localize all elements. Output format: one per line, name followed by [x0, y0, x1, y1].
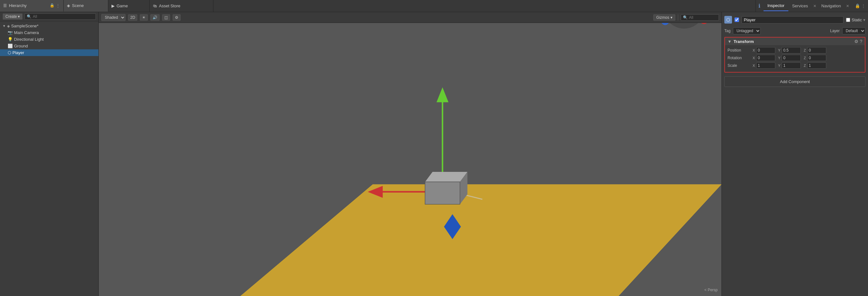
hierarchy-tree: ▼ ◈ SampleScene* 📷 Main Camera 💡 Directi…	[0, 21, 98, 296]
tab-hierarchy[interactable]: ☰ Hierarchy 🔒 ⋮	[0, 0, 64, 12]
inspector-tab-icon: ℹ	[758, 3, 760, 9]
close-icon[interactable]: ✕	[813, 4, 816, 8]
hierarchy-search[interactable]: 🔍	[25, 13, 96, 20]
scale-label: Scale	[727, 63, 750, 68]
object-name-field[interactable]	[742, 16, 843, 24]
shading-dropdown[interactable]: Shaded	[101, 14, 125, 21]
gizmos-chevron-icon: ▾	[671, 15, 673, 20]
fx-button[interactable]: ◫	[162, 14, 170, 21]
tab-inspector[interactable]: Inspector	[764, 1, 788, 11]
asset-store-tab-label: Asset Store	[159, 3, 180, 8]
hierarchy-icon: ☰	[3, 3, 7, 8]
inspector-tab-bar: Inspector Services ✕ Navigation ✕	[762, 0, 852, 12]
create-chevron-icon: ▾	[18, 14, 20, 19]
static-checkbox[interactable]	[846, 18, 850, 22]
inspector-panel: ⬡ Static ▾ Tag Untagged Layer	[721, 12, 868, 296]
svg-text:Z: Z	[664, 23, 667, 24]
tree-item-main-camera[interactable]: 📷 Main Camera	[0, 29, 98, 36]
scene-viewport[interactable]: Y X Z ⤢ < Persp	[99, 23, 721, 296]
game-icon: ▶	[112, 3, 115, 8]
rot-z-label: Z	[802, 56, 806, 60]
transform-grid: Position X Y Z Rotation	[725, 45, 865, 72]
scene-tab-label: Scene	[72, 3, 84, 8]
scene-search[interactable]: 🔍	[681, 14, 719, 21]
scale-x-input[interactable]	[756, 62, 775, 69]
scale-y-input[interactable]	[782, 62, 801, 69]
ground-icon: ⬜	[8, 43, 13, 48]
close-icon-2[interactable]: ✕	[846, 4, 849, 8]
create-button[interactable]: Create ▾	[3, 13, 23, 20]
main-layout: Create ▾ 🔍 ▼ ◈ SampleScene* 📷 Main Camer…	[0, 12, 868, 296]
tab-services[interactable]: Services	[788, 1, 812, 11]
scene-root[interactable]: ▼ ◈ SampleScene*	[0, 23, 98, 29]
position-label: Position	[727, 48, 750, 53]
scale-z-input[interactable]	[807, 62, 826, 69]
2d-button[interactable]: 2D	[128, 14, 137, 21]
object-enabled-checkbox[interactable]	[735, 18, 739, 22]
layer-select[interactable]: Default	[842, 27, 865, 34]
component-icons: ⚙ ?	[854, 39, 862, 44]
tab-navigation[interactable]: Navigation	[818, 1, 845, 11]
tree-item-directional-light[interactable]: 💡 Directional Light	[0, 36, 98, 43]
scale-y-label: Y	[777, 64, 780, 67]
tree-item-player[interactable]: ⬡ Player	[0, 49, 98, 56]
pos-z-label: Z	[802, 48, 806, 52]
hierarchy-search-input[interactable]	[33, 14, 94, 19]
scene-triangle-icon: ▼	[3, 24, 6, 28]
audio-button[interactable]: 🔊	[150, 14, 160, 21]
gizmos-button[interactable]: Gizmos ▾	[653, 14, 675, 21]
rotation-label: Rotation	[727, 56, 750, 60]
object-header: ⬡ Static ▾	[724, 14, 865, 25]
scale-xyz: X Y Z	[751, 62, 862, 69]
scene-icon: ◈	[67, 3, 70, 8]
rotation-y-input[interactable]	[782, 55, 801, 61]
lock-icon: 🔒	[50, 3, 55, 8]
component-help-icon[interactable]: ?	[860, 39, 862, 44]
position-row: Position X Y Z	[727, 47, 862, 54]
tag-select[interactable]: Untagged	[733, 27, 761, 34]
cube-top	[425, 172, 467, 182]
scene-svg: Y X Z ⤢	[99, 23, 721, 296]
object-icon: ⬡	[724, 16, 732, 24]
player-cube-icon: ⬡	[726, 17, 730, 22]
tree-item-ground[interactable]: ⬜ Ground	[0, 43, 98, 49]
rotation-x-input[interactable]	[756, 55, 775, 61]
static-dropdown-icon[interactable]: ▾	[863, 18, 865, 22]
component-settings-icon[interactable]: ⚙	[854, 39, 859, 44]
hierarchy-panel: Create ▾ 🔍 ▼ ◈ SampleScene* 📷 Main Camer…	[0, 12, 99, 296]
panel-lock-icon[interactable]: 🔒	[855, 3, 860, 8]
inspector-content: ⬡ Static ▾ Tag Untagged Layer	[722, 12, 868, 296]
rotation-z-input[interactable]	[807, 55, 826, 61]
main-camera-label: Main Camera	[14, 30, 39, 35]
search-icon: 🔍	[27, 14, 32, 19]
layer-label: Layer	[830, 29, 840, 33]
scene-icon-small: ◈	[7, 24, 10, 28]
rot-x-label: X	[751, 56, 755, 60]
add-component-button[interactable]: Add Component	[724, 76, 865, 87]
hierarchy-toolbar: Create ▾ 🔍	[0, 12, 98, 21]
position-z-input[interactable]	[807, 47, 826, 54]
scale-z-label: Z	[802, 64, 806, 67]
scale-x-label: X	[751, 64, 755, 67]
player-icon: ⬡	[8, 50, 11, 55]
scene-toolbar: Shaded 2D ☀ 🔊 ◫ ⚙ Gizmos ▾ 🔍	[99, 12, 721, 23]
panel-menu-icon[interactable]: ⋮	[861, 3, 865, 8]
position-x-input[interactable]	[756, 47, 775, 54]
rotation-xyz: X Y Z	[751, 55, 862, 61]
lighting-button[interactable]: ☀	[140, 14, 148, 21]
tab-asset-store[interactable]: 🛍 Asset Store	[150, 0, 213, 12]
menu-icon[interactable]: ⋮	[56, 3, 60, 8]
light-icon: 💡	[8, 37, 13, 42]
scene-area: Shaded 2D ☀ 🔊 ◫ ⚙ Gizmos ▾ 🔍	[99, 12, 721, 296]
persp-label: < Persp	[704, 288, 718, 292]
scene-name: SampleScene*	[11, 24, 38, 28]
tab-game[interactable]: ▶ Game	[108, 0, 150, 12]
position-y-input[interactable]	[782, 47, 801, 54]
tab-scene[interactable]: ◈ Scene	[64, 0, 108, 12]
gizmos-label: Gizmos	[656, 15, 669, 20]
rot-y-label: Y	[777, 56, 780, 60]
scene-settings-button[interactable]: ⚙	[173, 14, 181, 21]
viewport-3d: Y X Z ⤢ < Persp	[99, 23, 721, 296]
transform-collapse-icon[interactable]: ▼	[727, 39, 732, 44]
scene-search-input[interactable]	[689, 15, 714, 20]
